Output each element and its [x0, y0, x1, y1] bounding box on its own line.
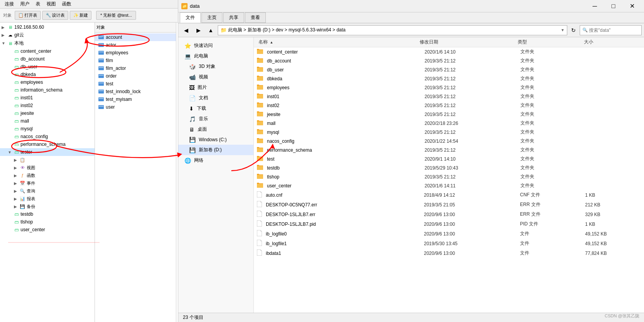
new-btn[interactable]: ✨ 新建	[70, 11, 91, 20]
table-film[interactable]: film	[95, 57, 176, 64]
file-item-4[interactable]: employees2019/3/5 21:12文件夹	[254, 83, 644, 92]
table-test-innodb-lock[interactable]: test_innodb_lock	[95, 88, 176, 95]
file-item-10[interactable]: nacos_config2020/1/22 14:54文件夹	[254, 137, 644, 145]
maximize-btn[interactable]: □	[604, 0, 622, 12]
menu-view[interactable]: 视图	[43, 0, 59, 8]
menu-connect[interactable]: 连接	[2, 0, 17, 8]
sidebar-drive-d[interactable]: 💾 新加卷 (D:)	[178, 145, 253, 155]
db-db-user[interactable]: 🗃 db_user	[0, 63, 95, 71]
col-header-date[interactable]: 修改日期	[418, 39, 516, 45]
db-mall[interactable]: 🗃 mall	[0, 117, 95, 125]
file-item-12[interactable]: test2020/9/1 14:10文件夹	[254, 154, 644, 163]
table-actor[interactable]: actor	[95, 41, 176, 49]
sidebar-pictures[interactable]: 🖼 图片	[178, 82, 253, 93]
file-item-19[interactable]: DESKTOP-1SLJLB7.pid2020/9/6 13:00PID 文件1…	[254, 219, 644, 229]
tab-file[interactable]: 文件	[180, 12, 201, 23]
table-employees[interactable]: employees	[95, 49, 176, 57]
file-item-5[interactable]: inst012019/3/5 21:12文件夹	[254, 92, 644, 101]
refresh-btn[interactable]: ↻	[569, 26, 578, 35]
minimize-btn[interactable]: ─	[586, 0, 604, 12]
query-tab[interactable]: * 无标签 @test...	[96, 11, 136, 20]
file-item-22[interactable]: ibdata12020/9/6 13:00文件77,824 KB	[254, 248, 644, 258]
db-tlshop[interactable]: 🗃 tlshop	[0, 218, 95, 226]
sidebar-drive-c[interactable]: 💾 Windows (C:)	[178, 135, 253, 145]
file-item-14[interactable]: tlshop2019/3/5 21:12文件夹	[254, 172, 644, 181]
table-account[interactable]: account	[95, 33, 176, 41]
table-order[interactable]: order	[95, 72, 176, 80]
connection-git[interactable]: ▶ ☁ git云	[0, 31, 95, 39]
file-item-21[interactable]: ib_logfile12019/5/30 13:45文件49,152 KB	[254, 239, 644, 248]
sidebar-network[interactable]: 🌐 网络	[178, 155, 253, 166]
forward-btn[interactable]: ▶	[193, 25, 204, 35]
col-header-size[interactable]: 大小	[582, 39, 641, 45]
db-performance-schema[interactable]: 🗃 performance_schema	[0, 140, 95, 148]
db-information-schema[interactable]: 🗃 information_schema	[0, 86, 95, 94]
open-table-btn[interactable]: 📋 打开表	[15, 11, 41, 20]
file-item-11[interactable]: performance_schema2019/3/5 21:12文件夹	[254, 145, 644, 154]
address-bar[interactable]: 📁 此电脑 > 新加卷 (D:) > dev > mysql-5.6.33-wi…	[218, 25, 567, 35]
file-item-3[interactable]: dbkeda2019/3/5 21:12文件夹	[254, 74, 644, 83]
tester-child-tables[interactable]: ▶ 📋	[0, 156, 95, 164]
table-film-actor[interactable]: film_actor	[95, 64, 176, 72]
design-table-btn[interactable]: 🔧 设计表	[42, 11, 68, 20]
file-item-7[interactable]: jeesite2019/3/5 21:12文件夹	[254, 110, 644, 119]
tester-child-reports[interactable]: ▶ 📊 报表	[0, 195, 95, 203]
sidebar-docs[interactable]: 📄 文档	[178, 93, 253, 103]
db-mysql[interactable]: 🗃 mysql	[0, 125, 95, 133]
db-db-account[interactable]: 🗃 db_account	[0, 55, 95, 63]
file-item-15[interactable]: user_center2020/1/6 14:11文件夹	[254, 181, 644, 190]
sidebar-3d[interactable]: 🎲 3D 对象	[178, 61, 253, 72]
search-input[interactable]	[589, 28, 644, 33]
db-testdb[interactable]: 🗃 testdb	[0, 210, 95, 218]
db-jeesite[interactable]: 🗃 jeesite	[0, 109, 95, 117]
menu-table[interactable]: 表	[33, 0, 43, 8]
tester-child-backup[interactable]: ▶ 💾 备份	[0, 203, 95, 210]
db-nacos-config[interactable]: 🗃 nacos_config	[0, 133, 95, 140]
tab-view[interactable]: 查看	[245, 12, 266, 23]
menu-func[interactable]: 函数	[59, 0, 74, 8]
file-item-9[interactable]: mysql2019/3/5 21:12文件夹	[254, 128, 644, 137]
sidebar-desktop[interactable]: 🖥 桌面	[178, 124, 253, 135]
connection-local[interactable]: ▼ 🖥 本地	[0, 39, 95, 47]
table-test[interactable]: test	[95, 80, 176, 88]
sidebar-downloads[interactable]: ⬇ 下载	[178, 103, 253, 114]
menu-user[interactable]: 用户	[17, 0, 33, 8]
search-box[interactable]: 🔍	[580, 25, 642, 35]
file-item-1[interactable]: db_account2019/3/5 21:12文件夹	[254, 56, 644, 65]
up-btn[interactable]: ▲	[205, 25, 216, 35]
file-item-0[interactable]: content_center2020/1/6 14:10文件夹	[254, 47, 644, 56]
sidebar-this-pc[interactable]: 💻 此电脑	[178, 51, 253, 61]
dropdown-arrow-addr[interactable]: ▼	[561, 28, 565, 32]
db-tester[interactable]: ▼ 🗃 tester	[0, 148, 95, 156]
tester-child-events[interactable]: ▶ 📅 事件	[0, 179, 95, 187]
file-item-18[interactable]: DESKTOP-1SLJLB7.err2020/9/6 13:00ERR 文件3…	[254, 209, 644, 219]
sidebar-quick-access[interactable]: ⭐ 快速访问	[178, 40, 253, 51]
db-employees[interactable]: 🗃 employees	[0, 78, 95, 86]
file-item-8[interactable]: mall2020/2/18 23:26文件夹	[254, 119, 644, 128]
connection-192[interactable]: ▶ 🖥 192.168.50.60	[0, 23, 95, 31]
sidebar-music[interactable]: 🎵 音乐	[178, 114, 253, 124]
db-inst01[interactable]: 🗃 inst01	[0, 94, 95, 102]
file-item-17[interactable]: DESKTOP-0C5NQ77.err2019/3/5 21:05ERR 文件2…	[254, 200, 644, 209]
file-item-6[interactable]: inst022019/3/5 21:12文件夹	[254, 101, 644, 110]
db-user-center[interactable]: 🗃 user_center	[0, 226, 95, 234]
db-inst02[interactable]: 🗃 inst02	[0, 102, 95, 109]
file-item-13[interactable]: testdb2019/5/29 10:43文件夹	[254, 163, 644, 172]
db-dbkeda[interactable]: 🗃 dbkeda	[0, 71, 95, 78]
table-test-myisam[interactable]: test_myisam	[95, 95, 176, 103]
tester-child-funcs[interactable]: ▶ ƒ 函数	[0, 171, 95, 179]
back-btn[interactable]: ◀	[181, 25, 191, 35]
sidebar-video[interactable]: 📹 视频	[178, 72, 253, 82]
tester-child-views[interactable]: ▶ 👁 视图	[0, 164, 95, 171]
close-btn[interactable]: ✕	[623, 0, 641, 12]
file-item-16[interactable]: auto.cnf2018/4/9 14:12CNF 文件1 KB	[254, 190, 644, 200]
col-header-name[interactable]: 名称 ▲	[257, 39, 418, 45]
col-header-type[interactable]: 类型	[516, 39, 582, 45]
tab-home[interactable]: 主页	[201, 12, 222, 23]
file-item-20[interactable]: ib_logfile02020/9/6 13:00文件49,152 KB	[254, 229, 644, 239]
table-user[interactable]: user	[95, 103, 176, 111]
db-content-center[interactable]: 🗃 content_center	[0, 47, 95, 55]
tab-share[interactable]: 共享	[223, 12, 244, 23]
tester-child-queries[interactable]: ▶ 🔍 查询	[0, 187, 95, 195]
file-item-2[interactable]: db_user2019/3/5 21:12文件夹	[254, 65, 644, 74]
